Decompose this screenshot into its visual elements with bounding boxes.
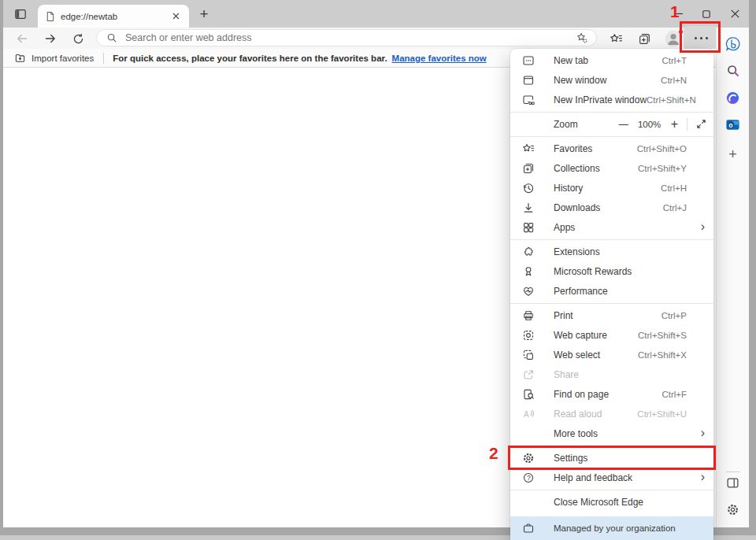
settings-and-more-menu: New tab Ctrl+T New window Ctrl+N New InP… [510, 49, 713, 540]
new-window-icon [522, 74, 535, 87]
titlebar: edge://newtab [3, 0, 749, 28]
favorite-this-page-icon[interactable] [576, 31, 588, 44]
zoom-in-icon[interactable] [671, 117, 678, 131]
menu-item-print[interactable]: Print Ctrl+P [510, 305, 713, 325]
close-window-button[interactable] [721, 0, 749, 28]
page-document-icon [45, 11, 55, 22]
zoom-out-icon[interactable] [619, 119, 628, 130]
extensions-icon [522, 246, 535, 258]
new-tab-icon [522, 54, 535, 67]
annotation-step-1: 1 [670, 2, 680, 21]
web-select-icon [522, 349, 535, 361]
tab-actions-icon [14, 8, 27, 20]
menu-item-read-aloud: A Read aloud Ctrl+Shift+U [510, 404, 713, 423]
rewards-icon [522, 265, 535, 278]
favorites-button[interactable] [606, 30, 625, 47]
svg-text:o: o [728, 120, 732, 128]
import-favorites-button[interactable]: Import favorites [3, 52, 94, 64]
menu-item-performance[interactable]: Performance [510, 281, 713, 301]
refresh-button[interactable] [69, 30, 87, 47]
menu-separator [510, 303, 713, 304]
menu-item-history[interactable]: History Ctrl+H [510, 178, 713, 198]
performance-icon [522, 285, 535, 298]
microsoft-365-icon[interactable] [723, 87, 743, 108]
menu-item-find-on-page[interactable]: Find on page Ctrl+F [510, 384, 713, 404]
new-tab-button[interactable] [195, 6, 213, 24]
import-favorites-icon [14, 52, 26, 64]
downloads-icon [522, 202, 535, 214]
gear-icon [522, 452, 535, 464]
find-on-page-icon [522, 388, 535, 401]
menu-item-more-tools[interactable]: More tools [510, 423, 713, 443]
annotation-step-2: 2 [489, 444, 498, 463]
collections-icon [522, 162, 535, 175]
tab-title: edge://newtab [61, 12, 117, 21]
favorites-bar-divider [103, 53, 104, 64]
bing-chat-icon[interactable] [723, 34, 743, 54]
menu-separator [510, 112, 713, 113]
outlook-icon[interactable]: o [723, 114, 743, 135]
menu-item-new-inprivate-window[interactable]: New InPrivate window Ctrl+Shift+N [510, 90, 713, 109]
menu-item-apps[interactable]: Apps [510, 217, 713, 237]
briefcase-icon [522, 522, 535, 534]
menu-item-help-and-feedback[interactable]: ? Help and feedback [510, 468, 713, 487]
favorites-icon [522, 142, 535, 155]
tab-actions-menu-button[interactable] [11, 6, 30, 23]
menu-item-web-capture[interactable]: Web capture Ctrl+Shift+S [510, 325, 713, 345]
back-button[interactable] [13, 30, 31, 47]
forward-button[interactable] [42, 30, 59, 47]
svg-text:A: A [524, 409, 529, 418]
inprivate-icon [522, 94, 535, 106]
tab-close-icon[interactable] [169, 10, 182, 23]
menu-item-favorites[interactable]: Favorites Ctrl+Shift+O [510, 139, 713, 158]
menu-item-managed-by-organization[interactable]: Managed by your organization [510, 516, 713, 540]
address-bar[interactable] [96, 29, 597, 46]
add-sidebar-app-icon[interactable] [723, 144, 743, 165]
menu-item-collections[interactable]: Collections Ctrl+Shift+Y [510, 158, 713, 178]
menu-item-microsoft-rewards[interactable]: Microsoft Rewards [510, 261, 713, 281]
menu-item-extensions[interactable]: Extensions [510, 242, 713, 261]
submenu-chevron-icon [701, 219, 705, 235]
import-favorites-label: Import favorites [32, 54, 94, 63]
search-icon [106, 32, 117, 43]
menu-item-close-microsoft-edge[interactable]: Close Microsoft Edge [510, 492, 713, 512]
toolbar [3, 28, 716, 49]
submenu-chevron-icon [701, 469, 705, 485]
menu-item-downloads[interactable]: Downloads Ctrl+J [510, 198, 713, 217]
menu-item-settings[interactable]: 2 Settings [510, 448, 713, 468]
print-icon [522, 309, 535, 322]
zoom-level: 100% [637, 120, 662, 129]
manage-favorites-link[interactable]: Manage favorites now [392, 54, 487, 63]
menu-separator [510, 446, 713, 446]
menu-item-new-tab[interactable]: New tab Ctrl+T [510, 50, 713, 70]
help-icon: ? [522, 472, 535, 484]
menu-separator [510, 136, 713, 137]
menu-separator [510, 490, 713, 490]
menu-separator [510, 239, 713, 240]
submenu-chevron-icon [701, 425, 705, 441]
menu-item-zoom: Zoom 100% [510, 114, 713, 134]
menu-item-share: Share [510, 364, 713, 384]
menu-item-new-window[interactable]: New window Ctrl+N [510, 70, 713, 90]
web-capture-icon [522, 329, 535, 342]
sidebar-settings-gear-icon[interactable] [723, 499, 743, 520]
apps-icon [522, 221, 535, 234]
menu-item-web-select[interactable]: Web select Ctrl+Shift+X [510, 345, 713, 364]
history-icon [522, 182, 535, 194]
browser-tab[interactable]: edge://newtab [38, 5, 189, 28]
collections-button[interactable] [635, 30, 654, 47]
svg-text:?: ? [527, 474, 531, 482]
share-icon [522, 368, 535, 381]
fullscreen-icon[interactable] [696, 119, 706, 129]
address-input[interactable] [124, 31, 576, 44]
annotation-highlight-box-1 [680, 21, 721, 53]
sidebar-search-icon[interactable] [723, 61, 743, 81]
favorites-bar-message: For quick access, place your favorites h… [113, 54, 387, 63]
customize-sidebar-icon[interactable] [723, 472, 743, 493]
read-aloud-icon: A [522, 408, 535, 420]
